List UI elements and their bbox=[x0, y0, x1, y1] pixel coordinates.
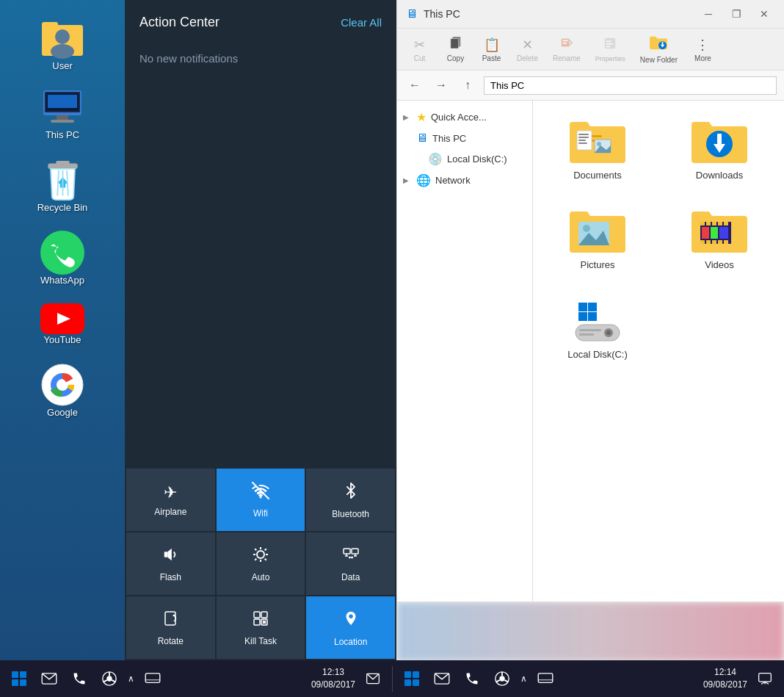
minimize-button[interactable]: ─ bbox=[697, 6, 719, 22]
svg-point-95 bbox=[606, 331, 611, 335]
file-explorer-panel: 🖥 This PC ─ ❐ ✕ ✂ Cut Copy bbox=[396, 0, 784, 660]
cut-button[interactable]: ✂ Cut bbox=[403, 34, 436, 65]
rotate-label: Rotate bbox=[158, 636, 184, 646]
svg-line-26 bbox=[265, 558, 266, 560]
desktop-icon-youtube[interactable]: YouTube bbox=[0, 295, 125, 354]
properties-button[interactable]: Properties bbox=[589, 34, 631, 65]
notifications-button-right[interactable] bbox=[753, 668, 777, 689]
phone-button-left[interactable] bbox=[68, 668, 91, 689]
notifications-button-left[interactable] bbox=[361, 668, 385, 689]
quick-access-expander: ▶ bbox=[403, 113, 412, 121]
sidebar-item-localdisk[interactable]: 💿 Local Disk(C:) bbox=[397, 148, 532, 170]
phone-button-right[interactable] bbox=[460, 668, 484, 689]
youtube-play-icon bbox=[51, 311, 73, 327]
quick-action-bluetooth[interactable]: Bluetooth bbox=[306, 469, 395, 531]
up-button[interactable]: ↑ bbox=[457, 75, 478, 95]
svg-line-25 bbox=[255, 549, 256, 550]
new-folder-label: New Folder bbox=[640, 56, 678, 64]
windows-icon-left bbox=[12, 671, 26, 686]
close-button[interactable]: ✕ bbox=[753, 6, 775, 22]
svg-line-27 bbox=[255, 558, 256, 560]
recycle-bin-icon bbox=[43, 158, 83, 202]
forward-button[interactable]: → bbox=[431, 75, 451, 95]
copy-svg bbox=[449, 36, 462, 49]
folder-documents[interactable]: Documents bbox=[544, 112, 651, 187]
quick-action-data[interactable]: Data bbox=[306, 532, 395, 595]
svg-rect-36 bbox=[165, 612, 175, 625]
more-button[interactable]: ⋮ More bbox=[686, 34, 719, 65]
svg-line-112 bbox=[496, 680, 500, 682]
mail-button-left[interactable] bbox=[37, 670, 62, 687]
data-svg bbox=[342, 546, 360, 563]
chrome-button-left[interactable] bbox=[97, 668, 122, 690]
quick-action-airplane[interactable]: ✈ Airplane bbox=[126, 469, 215, 531]
back-button[interactable]: ← bbox=[404, 75, 425, 95]
svg-rect-86 bbox=[711, 227, 718, 239]
network-expander: ▶ bbox=[403, 176, 412, 184]
file-explorer-content: Documents Downloads bbox=[533, 101, 784, 602]
chevron-up-left[interactable]: ∧ bbox=[128, 673, 134, 684]
win-sq-1 bbox=[12, 671, 18, 678]
quick-action-flash[interactable]: Flash bbox=[126, 532, 215, 595]
quick-action-killtask[interactable]: Kill Task bbox=[217, 596, 305, 659]
window-title: This PC bbox=[424, 8, 692, 20]
window-icon: 🖥 bbox=[406, 7, 418, 21]
start-button-right[interactable] bbox=[400, 668, 424, 689]
localdisk-folder-label: Local Disk(C:) bbox=[567, 349, 628, 360]
pictures-folder-label: Pictures bbox=[581, 259, 615, 270]
cut-icon: ✂ bbox=[414, 37, 425, 53]
desktop-icon-recycle[interactable]: Recycle Bin bbox=[0, 149, 125, 222]
sidebar-item-quick-access[interactable]: ▶ ★ Quick Acce... bbox=[397, 106, 532, 128]
folder-pictures[interactable]: Pictures bbox=[544, 201, 651, 276]
folder-localdisk[interactable]: Local Disk(C:) bbox=[544, 291, 651, 366]
phone-icon-left bbox=[72, 671, 87, 686]
quick-action-location[interactable]: Location bbox=[306, 596, 395, 659]
desktop-icon-user[interactable]: User bbox=[0, 7, 125, 80]
chevron-up-right[interactable]: ∧ bbox=[520, 673, 527, 684]
file-explorer-toolbar: ✂ Cut Copy 📋 Paste ✕ Delete bbox=[397, 29, 784, 71]
desktop-icon-thispc[interactable]: This PC bbox=[0, 80, 125, 149]
quick-action-auto[interactable]: Auto bbox=[217, 532, 305, 595]
rename-button[interactable]: Rename bbox=[547, 33, 587, 65]
folder-downloads[interactable]: Downloads bbox=[666, 112, 773, 187]
maximize-button[interactable]: ❐ bbox=[725, 6, 747, 22]
quick-action-rotate[interactable]: Rotate bbox=[126, 596, 215, 659]
svg-point-72 bbox=[583, 225, 590, 232]
new-folder-button[interactable]: New Folder bbox=[634, 32, 683, 67]
folder-videos[interactable]: Videos bbox=[666, 201, 773, 276]
properties-icon bbox=[603, 37, 617, 54]
copy-button[interactable]: Copy bbox=[439, 33, 472, 65]
more-label: More bbox=[694, 54, 711, 62]
clear-all-button[interactable]: Clear All bbox=[341, 16, 382, 29]
quick-actions-grid: ✈ Airplane Wifi bbox=[125, 467, 396, 660]
quick-access-icon: ★ bbox=[416, 110, 427, 124]
virtual-desktop-icon-right bbox=[537, 673, 553, 685]
desktop-icon-whatsapp[interactable]: WhatsApp bbox=[0, 222, 125, 295]
properties-label: Properties bbox=[595, 55, 625, 62]
sidebar-item-thispc[interactable]: 🖥 This PC bbox=[397, 128, 532, 148]
svg-rect-11 bbox=[56, 161, 69, 165]
mail-button-right[interactable] bbox=[429, 670, 454, 687]
sidebar-item-network[interactable]: ▶ 🌐 Network bbox=[397, 170, 532, 191]
file-explorer-sidebar: ▶ ★ Quick Acce... 🖥 This PC 💿 Local Disk… bbox=[397, 101, 533, 602]
svg-rect-52 bbox=[606, 43, 613, 45]
address-input[interactable] bbox=[484, 76, 777, 95]
delete-label: Delete bbox=[517, 54, 538, 62]
svg-rect-56 bbox=[662, 42, 664, 45]
chrome-button-right[interactable] bbox=[490, 668, 515, 690]
svg-marker-15 bbox=[57, 313, 70, 325]
svg-rect-77 bbox=[712, 222, 716, 225]
svg-rect-51 bbox=[606, 40, 611, 42]
delete-button[interactable]: ✕ Delete bbox=[511, 34, 544, 65]
svg-rect-63 bbox=[578, 142, 587, 144]
taskbar-time-right: 12:14 bbox=[703, 666, 747, 679]
virtual-desktop-left[interactable] bbox=[140, 670, 165, 687]
taskbar-date-left: 09/08/2017 bbox=[311, 679, 355, 691]
virtual-desktop-right[interactable] bbox=[533, 670, 558, 687]
quick-action-wifi[interactable]: Wifi bbox=[217, 469, 305, 531]
desktop-icon-google[interactable]: Google bbox=[0, 354, 125, 427]
start-button-left[interactable] bbox=[7, 668, 31, 689]
paste-button[interactable]: 📋 Paste bbox=[475, 34, 508, 65]
svg-line-28 bbox=[265, 549, 266, 550]
svg-rect-87 bbox=[719, 227, 728, 239]
